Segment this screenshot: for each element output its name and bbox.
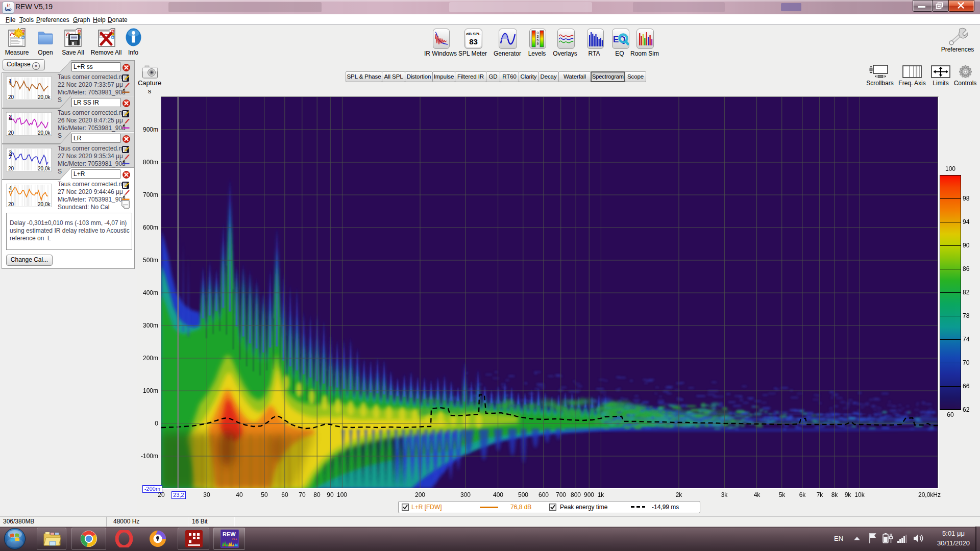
svg-text:83: 83 (469, 37, 478, 46)
svg-text:0: 0 (537, 31, 539, 35)
svg-text:2: 2 (9, 114, 12, 120)
svg-text:3: 3 (9, 149, 12, 156)
svg-text:1: 1 (9, 78, 12, 84)
svg-text:V5.1: V5.1 (232, 537, 237, 540)
svg-text:REW: REW (223, 531, 236, 537)
svg-text:20,0k: 20,0k (38, 202, 51, 207)
svg-text:6: 6 (537, 38, 539, 42)
svg-text:9: 9 (537, 42, 539, 45)
svg-text:dB SPL: dB SPL (466, 32, 481, 36)
svg-text:20: 20 (8, 202, 14, 207)
svg-text:4: 4 (9, 185, 12, 191)
svg-text:3: 3 (537, 35, 539, 38)
